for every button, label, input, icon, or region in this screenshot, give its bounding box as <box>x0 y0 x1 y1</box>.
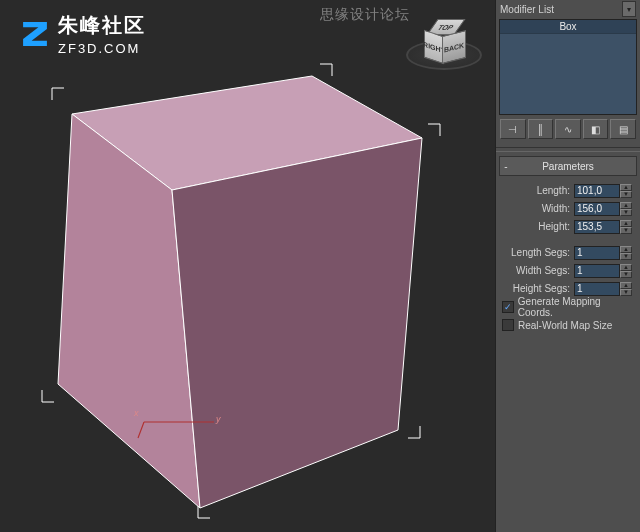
modifier-stack[interactable]: Box <box>499 19 637 115</box>
show-result-icon: ║ <box>537 124 544 135</box>
generate-mapping-label: Generate Mapping Coords. <box>518 296 636 318</box>
spinner-down-icon[interactable]: ▼ <box>620 253 632 260</box>
svg-line-4 <box>138 422 144 438</box>
height-label: Height: <box>500 221 574 232</box>
check-icon: ✓ <box>504 302 512 312</box>
length-input[interactable] <box>574 184 620 198</box>
remove-icon: ◧ <box>591 124 600 135</box>
length-label: Length: <box>500 185 574 196</box>
scene-box[interactable] <box>30 50 450 520</box>
width-label: Width: <box>500 203 574 214</box>
axis-gizmo: x y <box>134 414 234 444</box>
height-spinner[interactable]: ▲ ▼ <box>574 220 636 234</box>
pin-icon: ⊣ <box>508 124 517 135</box>
spinner-up-icon[interactable]: ▲ <box>620 264 632 271</box>
height-segs-spinner[interactable]: ▲ ▼ <box>574 282 636 296</box>
configure-icon: ▤ <box>619 124 628 135</box>
spinner-up-icon[interactable]: ▲ <box>620 246 632 253</box>
spinner-down-icon[interactable]: ▼ <box>620 191 632 198</box>
spinner-up-icon[interactable]: ▲ <box>620 202 632 209</box>
generate-mapping-row[interactable]: ✓ Generate Mapping Coords. <box>500 299 636 315</box>
real-world-label: Real-World Map Size <box>518 320 612 331</box>
length-segs-label: Length Segs: <box>500 247 574 258</box>
length-spinner[interactable]: ▲ ▼ <box>574 184 636 198</box>
real-world-row[interactable]: Real-World Map Size <box>500 317 636 333</box>
spinner-up-icon[interactable]: ▲ <box>620 184 632 191</box>
length-segs-spinner[interactable]: ▲ ▼ <box>574 246 636 260</box>
generate-mapping-checkbox[interactable]: ✓ <box>502 301 514 313</box>
viewport[interactable]: 朱峰社区 ZF3D.COM 思缘设计论坛 TOP RIGHT BACK <box>0 0 495 532</box>
svg-marker-2 <box>172 138 422 508</box>
width-segs-label: Width Segs: <box>500 265 574 276</box>
spinner-down-icon[interactable]: ▼ <box>620 209 632 216</box>
unique-icon: ∿ <box>564 124 572 135</box>
width-input[interactable] <box>574 202 620 216</box>
panel-divider <box>496 147 640 152</box>
logo-text-cn: 朱峰社区 <box>58 12 146 39</box>
watermark-top: 思缘设计论坛 <box>320 6 410 24</box>
logo-mark-icon <box>18 17 52 51</box>
show-end-result-button[interactable]: ║ <box>528 119 554 139</box>
modify-panel: Modifier List ▾ Box ⊣ ║ ∿ ◧ ▤ - Paramete… <box>495 0 640 532</box>
rollout-collapse-icon: - <box>500 161 512 172</box>
remove-modifier-button[interactable]: ◧ <box>583 119 609 139</box>
modifier-list-label: Modifier List <box>500 4 622 15</box>
parameters-body: Length: ▲ ▼ Width: ▲ ▼ Height: <box>496 176 640 337</box>
spinner-down-icon[interactable]: ▼ <box>620 227 632 234</box>
width-spinner[interactable]: ▲ ▼ <box>574 202 636 216</box>
make-unique-button[interactable]: ∿ <box>555 119 581 139</box>
spinner-up-icon[interactable]: ▲ <box>620 282 632 289</box>
rollout-title: Parameters <box>512 161 636 172</box>
axis-x-label: x <box>134 408 139 418</box>
spinner-down-icon[interactable]: ▼ <box>620 289 632 296</box>
width-segs-spinner[interactable]: ▲ ▼ <box>574 264 636 278</box>
length-segs-input[interactable] <box>574 246 620 260</box>
height-input[interactable] <box>574 220 620 234</box>
spinner-down-icon[interactable]: ▼ <box>620 271 632 278</box>
real-world-checkbox[interactable] <box>502 319 514 331</box>
height-segs-input[interactable] <box>574 282 620 296</box>
modifier-stack-item[interactable]: Box <box>500 20 636 34</box>
spinner-up-icon[interactable]: ▲ <box>620 220 632 227</box>
parameters-rollout-header[interactable]: - Parameters <box>499 156 637 176</box>
width-segs-input[interactable] <box>574 264 620 278</box>
chevron-down-icon[interactable]: ▾ <box>622 1 636 17</box>
configure-sets-button[interactable]: ▤ <box>610 119 636 139</box>
height-segs-label: Height Segs: <box>500 283 574 294</box>
pin-stack-button[interactable]: ⊣ <box>500 119 526 139</box>
axis-y-label: y <box>216 414 221 424</box>
modifier-list-dropdown[interactable]: Modifier List ▾ <box>496 0 640 18</box>
